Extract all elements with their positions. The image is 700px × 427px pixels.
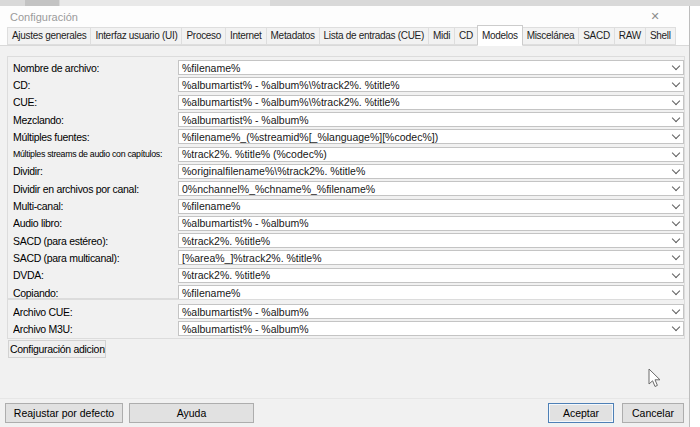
tab-midi[interactable]: Midi: [428, 27, 455, 45]
chevron-down-icon[interactable]: [668, 234, 683, 247]
combobox-value: 0%nchannel%_%chname%_%filename%: [179, 183, 668, 195]
tab-cd[interactable]: CD: [454, 27, 478, 45]
chevron-down-icon[interactable]: [668, 251, 683, 264]
combobox-value: %filename%_(%streamid%[_%language%][%cod…: [179, 131, 668, 143]
chevron-down-icon[interactable]: [668, 130, 683, 143]
chevron-down-icon[interactable]: [668, 148, 683, 161]
format-templates-group: Nombre de archivo:%filename%CD:%albumart…: [7, 56, 685, 299]
combobox[interactable]: [%area%_]%track2%. %title%: [178, 250, 684, 265]
combobox-value: %track2%. %title%: [179, 269, 668, 281]
chevron-down-icon[interactable]: [668, 322, 683, 335]
tab-ajustes-generales[interactable]: Ajustes generales: [7, 27, 91, 45]
combobox-value: [%area%_]%track2%. %title%: [179, 252, 668, 264]
field-row: CUE:%albumartist% - %album%\%track2%. %t…: [8, 94, 684, 111]
combobox-value: %albumartist% - %album%\%track2%. %title…: [179, 79, 668, 91]
tab-sacd[interactable]: SACD: [578, 27, 615, 45]
field-label: DVDA:: [13, 269, 178, 281]
combobox-value: %track2%. %title% (%codec%): [179, 148, 668, 160]
combobox-value: %filename%: [179, 62, 668, 74]
close-icon[interactable]: ✕: [647, 10, 663, 23]
footer-right-buttons: Aceptar Cancelar: [548, 403, 684, 423]
chevron-down-icon[interactable]: [668, 61, 683, 74]
combobox-value: %albumartist% - %album%: [179, 114, 668, 126]
chevron-down-icon[interactable]: [668, 269, 683, 282]
tab-lista-de-entradas-cue[interactable]: Lista de entradas (CUE): [319, 27, 429, 45]
field-label: Audio libro:: [13, 217, 178, 229]
tab-internet[interactable]: Internet: [225, 27, 267, 45]
field-label: SACD (para multicanal):: [13, 252, 178, 264]
combobox[interactable]: %filename%: [178, 199, 684, 214]
title-bar[interactable]: Configuración ✕: [0, 6, 689, 28]
field-row: Multi-canal:%filename%: [8, 197, 684, 214]
field-row: Múltiples fuentes:%filename%_(%streamid%…: [8, 128, 684, 145]
combobox[interactable]: %track2%. %title% (%codec%): [178, 147, 684, 162]
field-row: Archivo CUE:%albumartist% - %album%: [8, 303, 684, 320]
field-label: Nombre de archivo:: [13, 62, 178, 74]
field-row: Nombre de archivo:%filename%: [8, 59, 684, 76]
chevron-down-icon[interactable]: [668, 200, 683, 213]
field-label: SACD (para estéreo):: [13, 235, 178, 247]
combobox[interactable]: %albumartist% - %album%\%track2%. %title…: [178, 95, 684, 110]
field-label: CD:: [13, 79, 178, 91]
field-row: Dividir:%originalfilename%\%track2%. %ti…: [8, 163, 684, 180]
mouse-cursor: [647, 368, 663, 390]
chevron-down-icon[interactable]: [668, 217, 683, 230]
combobox[interactable]: %originalfilename%\%track2%. %title%: [178, 164, 684, 179]
field-label: Dividir en archivos por canal:: [13, 183, 178, 195]
settings-dialog: Configuración ✕ Ajustes generalesInterfa…: [0, 6, 690, 427]
combobox[interactable]: %filename%_(%streamid%[_%language%][%cod…: [178, 129, 684, 144]
combobox-value: %albumartist% - %album%\%track2%. %title…: [179, 96, 668, 108]
footer: Reajustar por defecto Ayuda Aceptar Canc…: [0, 399, 689, 427]
combobox-value: %albumartist% - %album%: [179, 323, 668, 335]
chevron-down-icon[interactable]: [668, 305, 683, 318]
combobox[interactable]: %albumartist% - %album%: [178, 216, 684, 231]
combobox-value: %albumartist% - %album%: [179, 306, 668, 318]
field-label: Copiando:: [13, 287, 178, 299]
field-label: Múltiples fuentes:: [13, 131, 178, 143]
reset-defaults-button[interactable]: Reajustar por defecto: [5, 403, 123, 423]
help-button[interactable]: Ayuda: [129, 403, 254, 423]
field-label: Múltiples streams de audio con capítulos…: [13, 149, 178, 159]
combobox[interactable]: 0%nchannel%_%chname%_%filename%: [178, 181, 684, 196]
tab-proceso[interactable]: Proceso: [181, 27, 226, 45]
field-row: SACD (para multicanal):[%area%_]%track2%…: [8, 249, 684, 266]
tab-metadatos[interactable]: Metadatos: [266, 27, 320, 45]
field-row: Mezclando:%albumartist% - %album%: [8, 111, 684, 128]
field-label: Archivo M3U:: [13, 323, 178, 335]
chevron-down-icon[interactable]: [668, 182, 683, 195]
combobox[interactable]: %track2%. %title%: [178, 233, 684, 248]
tab-miscel-nea[interactable]: Miscelánea: [522, 27, 580, 45]
cancel-button[interactable]: Cancelar: [622, 403, 684, 423]
chevron-down-icon[interactable]: [668, 165, 683, 178]
field-label: Archivo CUE:: [13, 306, 178, 318]
field-row: Dividir en archivos por canal:0%nchannel…: [8, 180, 684, 197]
additional-settings-button[interactable]: Configuración adicional: [8, 340, 106, 358]
ok-button[interactable]: Aceptar: [548, 403, 614, 423]
chevron-down-icon[interactable]: [668, 78, 683, 91]
chevron-down-icon[interactable]: [668, 286, 683, 299]
field-row: Múltiples streams de audio con capítulos…: [8, 145, 684, 162]
field-label: Multi-canal:: [13, 200, 178, 212]
combobox[interactable]: %albumartist% - %album%\%track2%. %title…: [178, 77, 684, 92]
combobox-value: %originalfilename%\%track2%. %title%: [179, 165, 668, 177]
footer-left-buttons: Reajustar por defecto Ayuda: [5, 403, 254, 423]
tab-shell[interactable]: Shell: [645, 27, 676, 45]
field-row: DVDA:%track2%. %title%: [8, 267, 684, 284]
combobox[interactable]: %albumartist% - %album%: [178, 304, 684, 319]
combobox-value: %filename%: [179, 287, 668, 299]
combobox[interactable]: %albumartist% - %album%: [178, 112, 684, 127]
chevron-down-icon[interactable]: [668, 113, 683, 126]
field-row: Archivo M3U:%albumartist% - %album%: [8, 320, 684, 337]
combobox[interactable]: %filename%: [178, 285, 684, 300]
field-label: CUE:: [13, 96, 178, 108]
tab-raw[interactable]: RAW: [614, 27, 646, 45]
combobox[interactable]: %albumartist% - %album%: [178, 321, 684, 336]
combobox-value: %albumartist% - %album%: [179, 217, 668, 229]
field-row: CD:%albumartist% - %album%\%track2%. %ti…: [8, 76, 684, 93]
combobox[interactable]: %track2%. %title%: [178, 268, 684, 283]
tab-modelos[interactable]: Modelos: [477, 25, 523, 46]
combobox[interactable]: %filename%: [178, 60, 684, 75]
field-label: Mezclando:: [13, 114, 178, 126]
tab-interfaz-usuario-ui[interactable]: Interfaz usuario (UI): [90, 27, 182, 45]
chevron-down-icon[interactable]: [668, 96, 683, 109]
